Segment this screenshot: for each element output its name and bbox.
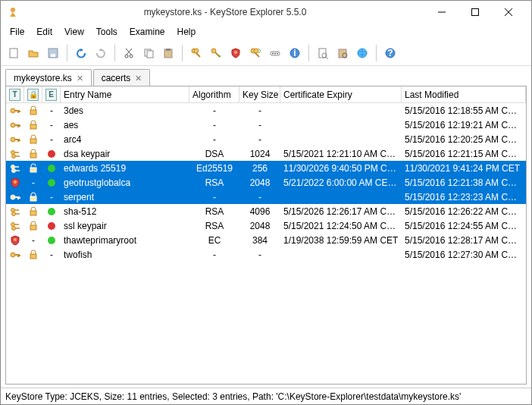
cell-keysize: - — [239, 105, 280, 116]
cell-keysize: 384 — [239, 235, 280, 246]
svg-line-11 — [126, 49, 131, 55]
cell-modified: 5/15/2016 12:18:55 AM CEST — [402, 105, 526, 116]
status-icon — [42, 236, 61, 245]
type-icon — [6, 162, 24, 174]
table-row[interactable]: -aes--5/15/2016 12:19:21 AM CEST — [6, 118, 526, 132]
cell-keysize: 1024 — [239, 149, 280, 159]
lock-icon: - — [24, 235, 42, 246]
gen-keypair-button[interactable] — [188, 45, 205, 61]
col-cert-expiry[interactable]: Certificate Expiry — [280, 86, 402, 102]
cell-name: arc4 — [61, 134, 189, 145]
col-type[interactable]: T — [6, 86, 24, 102]
status-icon: - — [42, 192, 61, 202]
svg-point-80 — [48, 208, 55, 215]
undo-button[interactable] — [73, 45, 89, 61]
col-entry-name[interactable]: Entry Name — [61, 86, 189, 102]
svg-point-24 — [254, 49, 258, 53]
maximize-button[interactable] — [458, 2, 492, 23]
col-key-size[interactable]: Key Size — [239, 86, 280, 102]
svg-point-9 — [130, 55, 133, 58]
col-algorithm[interactable]: Algorithm — [189, 86, 239, 102]
table-row[interactable]: -3des--5/15/2016 12:18:55 AM CEST — [6, 103, 526, 118]
svg-rect-13 — [147, 51, 153, 58]
help-button[interactable]: ? — [382, 45, 399, 61]
svg-point-89 — [11, 253, 15, 257]
lock-icon — [24, 120, 42, 130]
table-row[interactable]: ssl keypairRSA20485/15/2021 12:24:50 AM … — [6, 218, 526, 233]
type-icon — [6, 119, 24, 131]
cell-keysize: - — [239, 192, 280, 202]
cell-algorithm: Ed25519 — [189, 163, 239, 174]
cut-button[interactable] — [120, 45, 137, 61]
tab-mykeystore[interactable]: mykeystore.ks ✕ — [5, 69, 92, 86]
lock-icon — [24, 221, 42, 231]
svg-point-0 — [11, 8, 15, 12]
examine-clipboard-button[interactable] — [334, 45, 351, 61]
titlebar: mykeystore.ks - KeyStore Explorer 5.5.0 — [1, 1, 531, 24]
status-icon — [42, 207, 61, 216]
svg-point-88 — [48, 237, 55, 244]
status-icon — [42, 178, 61, 187]
status-icon: - — [42, 105, 61, 116]
cell-name: geotrustglobalca — [61, 177, 189, 188]
examine-ssl-button[interactable] — [354, 45, 371, 61]
svg-point-68 — [14, 181, 17, 184]
col-status[interactable]: E — [42, 86, 61, 102]
lock-icon — [24, 206, 42, 217]
cell-modified: 5/15/2016 12:21:15 AM CEST — [402, 149, 526, 159]
tab-cacerts[interactable]: cacerts ✕ — [93, 69, 151, 86]
svg-rect-85 — [30, 225, 36, 230]
cell-modified: 5/15/2016 12:23:23 AM CEST — [402, 192, 526, 202]
table-row[interactable]: -serpent--5/15/2016 12:23:23 AM CEST — [6, 190, 526, 204]
tab-close-icon[interactable]: ✕ — [135, 74, 142, 83]
cell-expiry: 5/15/2021 12:24:50 AM CEST — [280, 221, 402, 231]
menu-tools[interactable]: Tools — [90, 25, 124, 39]
lock-icon — [24, 250, 42, 260]
tabbar: mykeystore.ks ✕ cacerts ✕ — [1, 66, 531, 86]
redo-button[interactable] — [92, 45, 109, 61]
table-row[interactable]: -twofish--5/15/2016 12:27:30 AM CEST — [6, 247, 526, 262]
new-button[interactable] — [5, 45, 22, 61]
svg-point-58 — [12, 154, 16, 158]
col-lock[interactable]: 🔒 — [24, 86, 42, 102]
menu-view[interactable]: View — [58, 25, 90, 39]
lock-icon: 🔒 — [27, 89, 39, 101]
import-keypair-button[interactable] — [247, 45, 264, 61]
tab-close-icon[interactable]: ✕ — [77, 74, 83, 83]
svg-point-67 — [48, 165, 55, 172]
svg-line-10 — [127, 49, 132, 55]
examine-file-button[interactable] — [315, 45, 331, 61]
menu-edit[interactable]: Edit — [30, 25, 58, 39]
svg-point-83 — [12, 226, 16, 230]
table-row[interactable]: edwards 25519Ed2551925611/30/2026 9:40:5… — [6, 161, 526, 175]
svg-point-81 — [11, 222, 15, 226]
cell-algorithm: DSA — [189, 149, 239, 159]
import-cert-button[interactable] — [227, 45, 244, 61]
menu-file[interactable]: File — [4, 25, 30, 39]
svg-point-77 — [12, 212, 16, 215]
table-row[interactable]: dsa keypairDSA10245/15/2021 12:21:10 AM … — [6, 146, 526, 161]
copy-button[interactable] — [140, 45, 157, 61]
svg-point-86 — [48, 222, 55, 230]
save-button[interactable] — [45, 45, 61, 61]
menu-help[interactable]: Help — [171, 25, 202, 39]
svg-rect-5 — [10, 49, 17, 58]
table-row[interactable]: -geotrustglobalcaRSA20485/21/2022 6:00:0… — [6, 175, 526, 190]
table-row[interactable]: -thawteprimaryrootEC3841/19/2038 12:59:5… — [6, 233, 526, 247]
minimize-button[interactable] — [425, 2, 458, 23]
menu-examine[interactable]: Examine — [124, 25, 171, 39]
cell-keysize: - — [239, 250, 280, 260]
cell-modified: 5/15/2016 12:28:17 AM CEST — [402, 235, 526, 246]
gen-key-button[interactable] — [208, 45, 224, 61]
paste-button[interactable] — [160, 45, 177, 61]
set-password-button[interactable] — [267, 45, 283, 61]
col-last-modified[interactable]: Last Modified — [402, 86, 526, 102]
close-button[interactable] — [492, 2, 525, 23]
open-button[interactable] — [25, 45, 42, 61]
svg-point-87 — [14, 238, 17, 241]
table-row[interactable]: -arc4--5/15/2016 12:20:25 AM CEST — [6, 132, 526, 146]
svg-point-46 — [11, 123, 15, 127]
table-row[interactable]: sha-512RSA40965/15/2026 12:26:17 AM CEST… — [6, 204, 526, 218]
properties-button[interactable]: i — [286, 45, 303, 61]
svg-rect-66 — [30, 168, 36, 172]
